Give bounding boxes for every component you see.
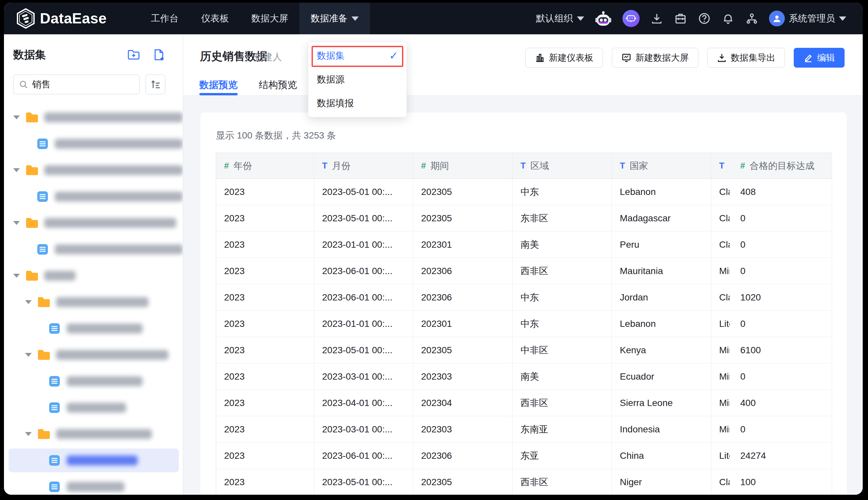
redacted-item-label xyxy=(55,139,183,149)
assistant-bot-icon[interactable] xyxy=(622,10,639,27)
table-row[interactable]: 20232023-05-01 00:...202305东非区Madagascar… xyxy=(216,205,831,231)
table-row[interactable]: 20232023-05-01 00:...202305西非区NigerCla10… xyxy=(216,469,831,495)
table-cell: 2023-05-01 00:... xyxy=(314,337,413,363)
menu-item-datasource[interactable]: 数据源 xyxy=(308,68,407,91)
table-cell: Sierra Leone xyxy=(612,390,711,416)
export-dataset-button[interactable]: 数据集导出 xyxy=(707,48,785,68)
tree-dataset-item[interactable] xyxy=(4,368,183,395)
table-cell: 2023 xyxy=(216,363,314,390)
table-cell: 2023 xyxy=(216,284,314,311)
menu-item-dataset[interactable]: 数据集✓ xyxy=(308,44,407,68)
tree-dataset-item[interactable] xyxy=(4,183,183,210)
column-header[interactable]: #期间 xyxy=(413,153,513,179)
cell-value: 202301 xyxy=(421,239,452,250)
user-menu[interactable]: 系统管理员 xyxy=(769,11,846,26)
tree-expand-caret-icon[interactable] xyxy=(13,274,20,278)
search-input[interactable] xyxy=(32,79,134,90)
table-row[interactable]: 20232023-06-01 00:...202306西非区Mauritania… xyxy=(216,258,831,284)
cell-value: 2023 xyxy=(224,398,245,408)
cell-value: 中东 xyxy=(521,291,539,304)
tree-expand-caret-icon[interactable] xyxy=(13,115,20,120)
menu-item-label: 数据源 xyxy=(317,73,345,86)
numeric-field-icon: # xyxy=(740,161,745,171)
column-header[interactable]: T国家 xyxy=(612,153,711,179)
create-dashboard-button[interactable]: 新建仪表板 xyxy=(525,48,603,68)
cell-value: 东南亚 xyxy=(521,423,548,436)
sidebar-title: 数据集 xyxy=(13,47,46,62)
table-cell: 0 xyxy=(730,416,832,443)
org-structure-icon[interactable] xyxy=(745,12,758,25)
table-cell: Lebanon xyxy=(612,311,711,337)
tree-dataset-item[interactable] xyxy=(4,236,183,262)
column-header-label: 区域 xyxy=(530,160,549,172)
tree-dataset-item[interactable] xyxy=(4,474,183,495)
table-row[interactable]: 20232023-05-01 00:...202305中非区KenyaMir61… xyxy=(216,337,831,363)
table-row[interactable]: 20232023-04-01 00:...202304西非区Sierra Leo… xyxy=(216,390,831,416)
numeric-field-icon: # xyxy=(224,161,229,171)
table-cell: 202305 xyxy=(413,205,513,231)
table-row[interactable]: 20232023-06-01 00:...202306东亚ChinaLite24… xyxy=(216,443,831,469)
tree-dataset-item[interactable] xyxy=(4,315,183,342)
tree-dataset-item[interactable] xyxy=(4,395,183,421)
tree-folder-item[interactable] xyxy=(4,421,183,447)
tab-structure-preview[interactable]: 结构预览 xyxy=(259,75,297,95)
cell-value: 400 xyxy=(740,398,756,408)
table-cell: 2023-06-01 00:... xyxy=(314,284,413,311)
table-cell: 2023-05-01 00:... xyxy=(314,469,413,495)
help-icon[interactable] xyxy=(698,12,711,25)
data-preview-card: 显示 100 条数据，共 3253 条 #年份T月份#期间T区域T国家T#合格的… xyxy=(200,113,847,495)
cell-value: 2023-05-01 00:... xyxy=(322,477,392,488)
nav-item-0[interactable]: 工作台 xyxy=(140,3,190,34)
redacted-item-label xyxy=(56,429,152,439)
tree-folder-item[interactable] xyxy=(4,210,183,236)
bell-icon[interactable] xyxy=(722,12,735,25)
nav-item-data-prepare[interactable]: 数据准备 xyxy=(299,3,370,34)
ai-robot-icon[interactable] xyxy=(595,10,612,27)
download-icon[interactable] xyxy=(650,12,664,25)
tab-data-preview[interactable]: 数据预览 xyxy=(199,75,238,95)
new-dataset-button[interactable] xyxy=(152,48,165,61)
data-prepare-dropdown-menu: 数据集✓数据源数据填报 xyxy=(308,42,407,117)
cell-value: 中非区 xyxy=(521,344,548,356)
search-box[interactable] xyxy=(13,75,140,94)
nav-item-1[interactable]: 仪表板 xyxy=(190,3,240,34)
new-folder-button[interactable] xyxy=(127,48,140,61)
column-header[interactable]: T区域 xyxy=(513,153,612,179)
tree-folder-item[interactable] xyxy=(4,262,183,289)
tree-folder-item[interactable] xyxy=(4,289,183,315)
toolbox-icon[interactable] xyxy=(674,12,687,25)
tree-expand-caret-icon[interactable] xyxy=(25,353,32,357)
tree-folder-item[interactable] xyxy=(4,104,183,130)
table-cell: Peru xyxy=(612,231,711,258)
table-cell: 2023-01-01 00:... xyxy=(314,311,413,337)
table-row[interactable]: 20232023-06-01 00:...202306中东JordanCla10… xyxy=(216,284,831,311)
title-divider xyxy=(247,51,247,62)
tree-expand-caret-icon[interactable] xyxy=(13,221,20,225)
tree-expand-caret-icon[interactable] xyxy=(25,432,32,436)
table-row[interactable]: 20232023-03-01 00:...202303南美EcuadorMir0 xyxy=(216,363,831,390)
column-header[interactable]: T月份 xyxy=(314,153,413,179)
menu-item-data-filling[interactable]: 数据填报 xyxy=(308,91,407,115)
column-header[interactable]: #年份 xyxy=(216,153,314,179)
table-row[interactable]: 20232023-05-01 00:...202305中东LebanonCla4… xyxy=(216,179,831,205)
table-cell: 6100 xyxy=(730,337,832,363)
tree-expand-caret-icon[interactable] xyxy=(25,300,32,304)
table-row[interactable]: 20232023-01-01 00:...202301中东LebanonLite… xyxy=(216,311,831,337)
table-cell: 2023-04-01 00:... xyxy=(314,390,413,416)
create-data-screen-button[interactable]: 新建数据大屏 xyxy=(612,48,698,68)
tree-sort-button[interactable] xyxy=(146,75,165,94)
column-header[interactable]: #合格的目标达成 xyxy=(730,153,832,179)
bar-chart-icon xyxy=(535,53,545,62)
tree-dataset-item[interactable] xyxy=(4,130,183,157)
nav-item-2[interactable]: 数据大屏 xyxy=(240,3,299,34)
table-row[interactable]: 20232023-01-01 00:...202301南美PeruCla0 xyxy=(216,231,831,258)
tree-folder-item[interactable] xyxy=(4,157,183,183)
tree-expand-caret-icon[interactable] xyxy=(13,168,20,172)
tree-dataset-item[interactable] xyxy=(4,447,183,474)
table-row[interactable]: 20232023-03-01 00:...202303东南亚IndonesiaM… xyxy=(216,416,831,443)
org-switcher[interactable]: 默认组织 xyxy=(536,12,584,25)
tree-folder-item[interactable] xyxy=(4,342,183,368)
table-cell: 2023 xyxy=(216,311,314,337)
brand-logo[interactable]: DataEase xyxy=(16,3,107,34)
edit-button[interactable]: 编辑 xyxy=(794,48,845,68)
